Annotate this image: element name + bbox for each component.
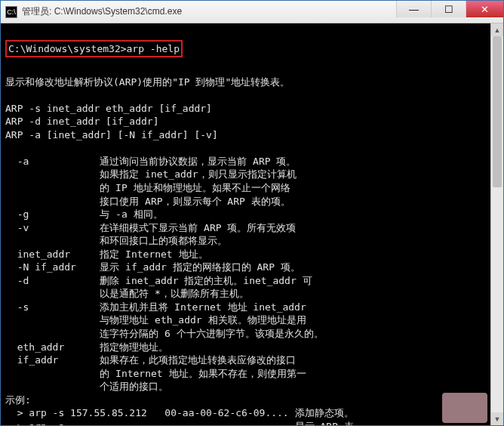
close-button[interactable]: ✕ xyxy=(466,1,503,17)
option-desc: 的 Internet 地址。如果不存在，则使用第一 xyxy=(100,368,306,379)
example-note: 显示 ARP 表。 xyxy=(295,421,364,425)
option-desc: 如果指定 inet_addr，则只显示指定计算机 xyxy=(100,168,296,180)
option-flag: eth_addr xyxy=(17,341,65,353)
option-desc: 与物理地址 eth_addr 相关联。物理地址是用 xyxy=(100,314,306,326)
option-desc: 删除 inet_addr 指定的主机。inet_addr 可 xyxy=(100,275,312,286)
option-desc: 显示 if_addr 指定的网络接口的 ARP 项。 xyxy=(100,261,300,273)
option-desc: 和环回接口上的项都将显示。 xyxy=(100,235,227,246)
cmd-window: C:\ 管理员: C:\Windows\System32\cmd.exe — ☐… xyxy=(0,0,504,426)
scroll-down-arrow[interactable]: ▼ xyxy=(491,412,503,425)
option-flag: if_addr xyxy=(17,354,59,366)
maximize-button[interactable]: ☐ xyxy=(431,1,466,17)
option-desc: 个适用的接口。 xyxy=(100,381,168,392)
option-desc: 以是通配符 *，以删除所有主机。 xyxy=(100,288,249,299)
option-flag: -g xyxy=(17,208,29,220)
option-desc: 接口使用 ARP，则显示每个 ARP 表的项。 xyxy=(100,196,290,207)
window-controls: — ☐ ✕ xyxy=(396,1,503,23)
option-desc: 连字符分隔的 6 个十六进制字节。该项是永久的。 xyxy=(100,328,323,339)
option-flag: -a xyxy=(17,156,29,167)
syntax-line: ARP -a [inet_addr] [-N if_addr] [-v] xyxy=(5,129,218,140)
scroll-up-arrow[interactable]: ▲ xyxy=(491,23,503,36)
example-cmd: > arp -a .... xyxy=(17,421,289,425)
example-note: 添加静态项。 xyxy=(295,407,354,418)
examples-label: 示例: xyxy=(5,394,31,406)
help-description: 显示和修改地址解析协议(ARP)使用的"IP 到物理"地址转换表。 xyxy=(5,76,290,88)
cmd-icon: C:\ xyxy=(5,6,17,18)
option-desc: 与 -a 相同。 xyxy=(100,208,162,220)
syntax-line: ARP -s inet_addr eth_addr [if_addr] xyxy=(5,103,212,114)
option-flag: -d xyxy=(17,275,29,286)
command-line: C:\Windows\system32>arp -help xyxy=(8,43,180,54)
window-title: 管理员: C:\Windows\System32\cmd.exe xyxy=(22,5,396,18)
option-desc: 添加主机并且将 Internet 地址 inet_addr xyxy=(100,301,306,313)
option-desc: 指定 Internet 地址。 xyxy=(100,248,207,260)
terminal-output[interactable]: C:\Windows\system32>arp -help 显示和修改地址解析协… xyxy=(1,23,503,425)
minimize-button[interactable]: — xyxy=(396,1,431,17)
option-flag: -N if_addr xyxy=(17,261,76,273)
scroll-thumb[interactable] xyxy=(493,36,502,187)
option-flag: inet_addr xyxy=(17,248,70,260)
vertical-scrollbar[interactable]: ▲ ▼ xyxy=(490,23,503,425)
option-flag: -s xyxy=(17,301,29,313)
watermark xyxy=(442,393,487,423)
option-desc: 指定物理地址。 xyxy=(100,341,168,353)
option-desc: 在详细模式下显示当前 ARP 项。所有无效项 xyxy=(100,222,296,233)
titlebar[interactable]: C:\ 管理员: C:\Windows\System32\cmd.exe — ☐… xyxy=(1,1,503,23)
command-highlight: C:\Windows\system32>arp -help xyxy=(5,40,183,58)
example-cmd: > arp -s 157.55.85.212 00-aa-00-62-c6-09… xyxy=(17,407,289,418)
option-desc: 通过询问当前协议数据，显示当前 ARP 项。 xyxy=(100,156,296,167)
syntax-line: ARP -d inet_addr [if_addr] xyxy=(5,116,159,127)
option-desc: 如果存在，此项指定地址转换表应修改的接口 xyxy=(100,354,296,366)
option-desc: 的 IP 地址和物理地址。如果不止一个网络 xyxy=(100,182,290,193)
option-flag: -v xyxy=(17,222,29,233)
